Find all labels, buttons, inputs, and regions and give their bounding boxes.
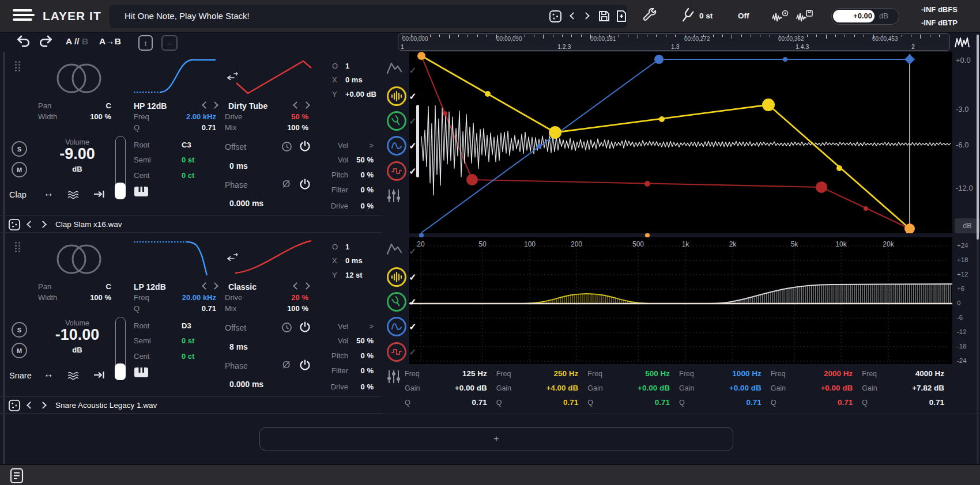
yellow-envelope-point[interactable]: [836, 165, 842, 171]
a-to-b-copy-button[interactable]: A→B: [99, 36, 121, 47]
add-layer-button[interactable]: +: [259, 427, 733, 450]
root-value[interactable]: D3: [182, 321, 191, 330]
red-envelope-point[interactable]: [466, 174, 478, 185]
volume-fader[interactable]: [115, 317, 126, 380]
pan-value[interactable]: C: [58, 101, 111, 110]
waveform-zoom-icon[interactable]: [953, 35, 971, 51]
envelope-bottom-strip[interactable]: [409, 233, 952, 237]
phase-invert-icon[interactable]: Ø: [282, 359, 290, 371]
output-gain-slider[interactable]: +0.00 dB: [831, 8, 899, 25]
pitch-env-icon[interactable]: [387, 111, 408, 132]
x-value[interactable]: 0 ms: [345, 75, 363, 84]
vol-mod-value[interactable]: 50 %: [349, 156, 374, 164]
env-layer-check[interactable]: ✓: [407, 91, 419, 102]
env-layer-check[interactable]: ✓: [407, 166, 419, 177]
sample-name[interactable]: Snare Acoustic Legacy 1.wav: [55, 401, 157, 410]
mixer-icon[interactable]: [386, 369, 406, 389]
volume-value[interactable]: -10.00: [38, 326, 116, 344]
envelope-icon[interactable]: [386, 60, 406, 81]
drive-env-icon[interactable]: [387, 161, 408, 182]
filter-freq-value[interactable]: 2.00 kHz: [147, 112, 216, 121]
root-value[interactable]: C3: [182, 141, 191, 149]
env-layer-check[interactable]: ✓: [407, 272, 419, 283]
log-panel-icon[interactable]: [9, 468, 24, 484]
phase-power-icon[interactable]: [299, 178, 311, 191]
offset-power-icon[interactable]: [299, 140, 311, 153]
solo-button[interactable]: S: [12, 141, 27, 157]
yellow-envelope-point[interactable]: [485, 91, 491, 97]
y-value[interactable]: +0.00 dB: [345, 90, 376, 98]
output-gain-value[interactable]: +0.00: [836, 12, 872, 20]
blue-envelope-point[interactable]: [783, 57, 787, 62]
pitch-env-icon[interactable]: [387, 292, 408, 313]
offset-power-icon[interactable]: [299, 321, 311, 334]
filter-curve[interactable]: [131, 236, 218, 279]
filter-q-value[interactable]: 0.71: [147, 304, 216, 313]
env-layer-check[interactable]: ✓: [407, 141, 419, 151]
phase-value[interactable]: 0.000 ms: [229, 199, 263, 208]
shaper-type[interactable]: Classic: [228, 282, 257, 291]
eq-band-q-value[interactable]: 0.71: [929, 398, 944, 407]
filter-freq-value[interactable]: 20.00 kHz: [147, 293, 216, 302]
mixer-icon[interactable]: [386, 188, 406, 209]
sample-prev-icon[interactable]: [27, 401, 34, 409]
pitch-mod-value[interactable]: 0 %: [349, 351, 374, 360]
cent-value[interactable]: 0 ct: [182, 171, 194, 180]
o-value[interactable]: 1: [345, 242, 349, 251]
layer-name[interactable]: Clap: [9, 190, 27, 199]
filter-q-value[interactable]: 0.71: [147, 123, 216, 132]
filter-next-icon[interactable]: [211, 101, 218, 109]
offset-value[interactable]: 0 ms: [229, 161, 248, 170]
sample-random-dice-icon[interactable]: [8, 399, 21, 412]
env-layer-check[interactable]: ✓: [407, 321, 419, 332]
randomize-dice-icon[interactable]: [549, 10, 562, 23]
pitch-mod-value[interactable]: 0 %: [349, 170, 374, 179]
env-layer-check[interactable]: ✓: [407, 347, 419, 358]
y-value[interactable]: 12 st: [345, 271, 363, 279]
yellow-envelope-point[interactable]: [762, 98, 775, 111]
vel-mode[interactable]: >: [349, 322, 374, 331]
eq-band-q-value[interactable]: 0.71: [838, 398, 853, 407]
filter-prev-icon[interactable]: [202, 101, 209, 109]
red-envelope-point[interactable]: [864, 206, 868, 211]
eq-band-freq-value[interactable]: 2000 Hz: [824, 369, 853, 378]
volume-value[interactable]: -9.00: [38, 145, 116, 163]
strip-marker[interactable]: [419, 233, 424, 237]
eq-band-gain-value[interactable]: +0.00 dB: [820, 384, 853, 392]
snap-to-end-icon[interactable]: [93, 370, 106, 380]
eq-band-q-value[interactable]: 0.71: [746, 398, 761, 407]
clock-icon[interactable]: [281, 141, 292, 152]
eq-editor[interactable]: 20501002005001k2k5k10k20k: [409, 237, 952, 364]
right-scrollbar-thumb[interactable]: [977, 35, 979, 240]
right-scrollbar[interactable]: [977, 33, 979, 464]
yellow-envelope-point[interactable]: [659, 116, 665, 122]
shaper-next-icon[interactable]: [303, 282, 310, 290]
layer-name[interactable]: Snare: [9, 371, 32, 380]
shaper-next-icon[interactable]: [303, 101, 310, 109]
yellow-envelope-point[interactable]: [549, 126, 561, 139]
sample-prev-icon[interactable]: [27, 221, 34, 228]
stereo-width-icon[interactable]: [56, 243, 101, 275]
volume-fader-thumb[interactable]: [115, 363, 126, 380]
mix-value[interactable]: 100 %: [242, 304, 308, 313]
fit-horizontal-icon[interactable]: ↔: [161, 35, 178, 51]
stretch-icon[interactable]: ↔: [44, 369, 54, 380]
eq-band-freq-value[interactable]: 4000 Hz: [915, 369, 944, 378]
envelope-icon[interactable]: [386, 241, 406, 262]
preset-prev-icon[interactable]: [570, 12, 577, 20]
volume-fader-thumb[interactable]: [115, 183, 126, 199]
solo-button[interactable]: S: [12, 322, 27, 338]
eq-band-q-value[interactable]: 0.71: [472, 398, 487, 407]
sample-random-dice-icon[interactable]: [8, 218, 21, 231]
semi-value[interactable]: 0 st: [182, 156, 194, 164]
eq-band-gain-value[interactable]: +0.00 dB: [729, 384, 762, 392]
filter-mod-value[interactable]: 0 %: [349, 185, 374, 194]
blue-envelope-point[interactable]: [537, 144, 541, 149]
settings-wrench-icon[interactable]: [642, 8, 658, 24]
mute-button[interactable]: M: [12, 343, 27, 358]
red-envelope-point[interactable]: [816, 181, 827, 193]
eq-band-gain-value[interactable]: +0.00 dB: [455, 384, 487, 392]
eq-band-freq-value[interactable]: 250 Hz: [554, 369, 579, 378]
preset-next-icon[interactable]: [582, 12, 590, 20]
drag-handle-icon[interactable]: [15, 61, 17, 63]
